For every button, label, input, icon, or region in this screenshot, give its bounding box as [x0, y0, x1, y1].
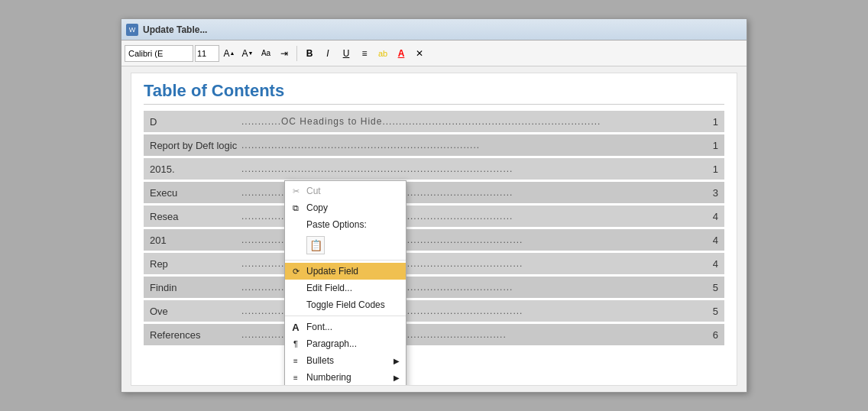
- toc-page-4: 3: [706, 187, 718, 199]
- ctx-paste-icon-box: 📋: [285, 233, 406, 257]
- ctx-paste-icon[interactable]: 📋: [306, 236, 325, 254]
- ctx-edit-field[interactable]: Edit Field...: [285, 280, 406, 296]
- italic-button[interactable]: I: [319, 45, 336, 62]
- ctx-numbering[interactable]: ≡ Numbering ▶: [285, 369, 406, 386]
- ctx-paragraph-label: Paragraph...: [306, 338, 357, 349]
- align-button[interactable]: ≡: [356, 45, 373, 62]
- toc-page-1: 1: [706, 116, 718, 128]
- title-bar: W Update Table...: [121, 19, 747, 40]
- ctx-copy[interactable]: ⧉ Copy: [285, 199, 406, 216]
- ctx-edit-field-label: Edit Field...: [306, 283, 352, 293]
- toc-page-10: 6: [706, 329, 718, 341]
- toc-entry-4: Execu ..................................…: [144, 182, 724, 203]
- underline-button[interactable]: U: [338, 45, 355, 62]
- toc-page-5: 4: [706, 211, 718, 222]
- ctx-cut-label: Cut: [306, 186, 321, 196]
- word-window: W Update Table... A▲ A▼ Aa ⇥ B I U ≡ ab …: [121, 18, 747, 393]
- ctx-bullets-label: Bullets: [306, 355, 334, 366]
- numbering-icon: ≡: [290, 371, 302, 383]
- ctx-paste-options-label: Paste Options:: [306, 219, 367, 230]
- toc-page-3: 1: [706, 163, 718, 175]
- toc-entry-1: D ............OC Headings to Hide.......…: [144, 111, 724, 132]
- toc-entry-text-5: Resea: [150, 211, 241, 222]
- document-content: Table of Contents D ............OC Headi…: [131, 73, 737, 386]
- toc-entry-text-3: 2015.: [150, 163, 241, 175]
- toc-entry-9: Ove ....................................…: [144, 300, 724, 322]
- toc-entry-2: Report by Deft logic ...................…: [144, 134, 724, 156]
- toc-dots-3: ........................................…: [241, 163, 706, 174]
- app-icon-letter: W: [129, 26, 136, 34]
- ctx-sep-2: [285, 316, 406, 316]
- toc-entry-text-4: Execu: [150, 187, 241, 199]
- ctx-toggle-field-label: Toggle Field Codes: [306, 299, 385, 310]
- numbering-arrow-icon: ▶: [394, 374, 400, 382]
- update-field-icon: ⟳: [290, 265, 302, 277]
- toc-dots-1: ............OC Headings to Hide.........…: [241, 116, 706, 127]
- toc-entry-text-10: References: [150, 329, 241, 341]
- ctx-paragraph[interactable]: ¶ Paragraph...: [285, 335, 406, 352]
- clear-button[interactable]: ✕: [411, 45, 428, 62]
- toc-dots-2: ........................................…: [241, 140, 706, 150]
- toc-entry-10: References .............................…: [144, 324, 724, 345]
- toc-entry-3: 2015. ..................................…: [144, 158, 724, 180]
- indent-button[interactable]: ⇥: [276, 45, 293, 62]
- bullets-icon: ≡: [290, 354, 302, 367]
- app-icon: W: [126, 24, 138, 36]
- copy-icon: ⧉: [290, 202, 302, 214]
- toc-title: Table of Contents: [144, 81, 724, 105]
- edit-field-icon: [290, 282, 302, 294]
- ctx-bullets[interactable]: ≡ Bullets ▶: [285, 352, 406, 369]
- context-menu: ✂ Cut ⧉ Copy Paste Options: 📋 ⟳ Update F…: [284, 180, 406, 386]
- ctx-cut[interactable]: ✂ Cut: [285, 183, 406, 199]
- toc-entry-text-7: Rep: [150, 258, 241, 270]
- toc-entry-text-9: Ove: [150, 306, 241, 317]
- ctx-paste-options: Paste Options:: [285, 216, 406, 233]
- ctx-update-field[interactable]: ⟳ Update Field: [285, 263, 406, 280]
- toc-entry-5: Resea ..................................…: [144, 206, 724, 227]
- bullets-arrow-icon: ▶: [394, 357, 400, 365]
- bold-button[interactable]: B: [301, 45, 318, 62]
- ctx-numbering-label: Numbering: [306, 372, 351, 383]
- font-size-input[interactable]: [195, 45, 219, 62]
- toolbar: A▲ A▼ Aa ⇥ B I U ≡ ab A ✕: [121, 40, 747, 66]
- toc-page-9: 5: [706, 306, 718, 317]
- font-name-input[interactable]: [125, 45, 193, 62]
- toc-page-2: 1: [706, 140, 718, 151]
- toc-page-7: 4: [706, 258, 718, 270]
- toolbar-divider-1: [296, 46, 297, 61]
- toc-entry-8: Findin .................................…: [144, 277, 724, 298]
- toggle-field-icon: [290, 299, 302, 311]
- toc-entry-7: Rep ....................................…: [144, 253, 724, 274]
- toc-entry-text-1: D: [150, 116, 241, 128]
- ctx-update-field-label: Update Field: [306, 266, 358, 277]
- font-color-button[interactable]: A: [393, 45, 410, 62]
- paragraph-icon: ¶: [290, 338, 302, 350]
- ctx-toggle-field[interactable]: Toggle Field Codes: [285, 296, 406, 313]
- ctx-font[interactable]: A Font...: [285, 319, 406, 335]
- ctx-font-label: Font...: [306, 322, 332, 332]
- shrink-font-button[interactable]: A▼: [239, 45, 256, 62]
- toc-page-8: 5: [706, 282, 718, 293]
- toc-page-6: 4: [706, 235, 718, 246]
- font-icon: A: [290, 321, 302, 333]
- cut-icon: ✂: [290, 185, 302, 197]
- title-bar-text: Update Table...: [143, 24, 207, 35]
- ctx-sep-1: [285, 260, 406, 261]
- highlight-button[interactable]: ab: [374, 45, 391, 62]
- toc-entry-text-2: Report by Deft logic: [150, 140, 241, 151]
- ctx-copy-label: Copy: [306, 202, 328, 213]
- grow-font-button[interactable]: A▲: [221, 45, 238, 62]
- clear-format-button[interactable]: Aa: [257, 45, 274, 62]
- toc-entry-text-6: 201: [150, 235, 241, 246]
- toc-entry-text-8: Findin: [150, 282, 241, 293]
- toc-entry-6: 201 ....................................…: [144, 229, 724, 251]
